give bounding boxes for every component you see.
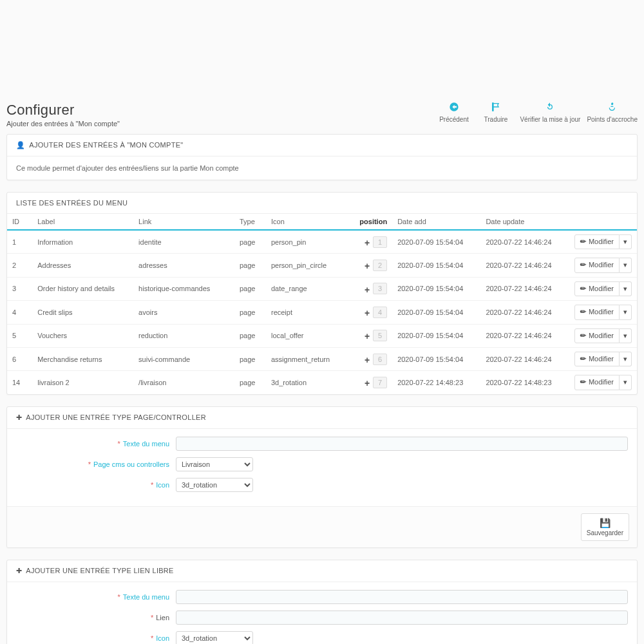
form-row-text2: *Texte du menu (16, 590, 628, 604)
position-value: 3 (373, 283, 387, 294)
input-menu-text[interactable] (176, 437, 628, 451)
panel-list-body: ID Label Link Type Icon position Date ad… (7, 214, 637, 394)
input-menu-text2[interactable] (176, 590, 628, 604)
table-row[interactable]: 3Order history and detailshistorique-com… (7, 277, 637, 300)
col-icon: Icon (266, 214, 354, 230)
dropdown-toggle[interactable]: ▾ (620, 352, 632, 366)
dropdown-toggle[interactable]: ▾ (620, 234, 632, 249)
save-button[interactable]: 💾 Sauvegarder (581, 513, 629, 541)
drag-handle-icon[interactable]: + (363, 331, 372, 341)
cell-actions: ✎ Modifier▾ (569, 347, 637, 370)
chevron-down-icon: ▾ (623, 285, 627, 292)
table-row[interactable]: 14livraison 2/livraisonpage3d_rotation+7… (7, 371, 637, 394)
col-link: Link (133, 214, 234, 230)
table-row[interactable]: 2Addressesadressespageperson_pin_circle+… (7, 254, 637, 277)
drag-handle-icon[interactable]: + (363, 355, 372, 365)
drag-handle-icon[interactable]: + (363, 378, 372, 388)
cell-link: suivi-commande (133, 347, 234, 370)
modify-button[interactable]: ✎ Modifier (574, 281, 620, 296)
pencil-icon: ✎ (578, 354, 589, 365)
modify-button[interactable]: ✎ Modifier (574, 375, 620, 390)
cell-link: adresses (133, 254, 234, 277)
panel-intro-title: AJOUTER DES ENTRÉES À "MON COMPTE" (29, 141, 183, 149)
modify-button[interactable]: ✎ Modifier (574, 352, 620, 366)
modify-button[interactable]: ✎ Modifier (574, 234, 620, 249)
dropdown-toggle[interactable]: ▾ (620, 281, 632, 296)
table-row[interactable]: 6Merchandise returnssuivi-commandepageas… (7, 347, 637, 370)
position-value: 6 (373, 354, 387, 365)
chevron-down-icon: ▾ (623, 355, 627, 363)
drag-handle-icon[interactable]: + (363, 308, 372, 318)
panel-list: LISTE DES ENTRÉES DU MENU ID Label Link … (6, 192, 638, 395)
cell-label: Vouchers (32, 324, 133, 347)
dropdown-toggle[interactable]: ▾ (620, 328, 632, 343)
col-label: Label (32, 214, 133, 230)
table-row[interactable]: 4Credit slipsavoirspagereceipt+42020-07-… (7, 301, 637, 324)
chevron-down-icon: ▾ (623, 308, 627, 316)
cell-date-update: 2020-07-22 14:46:24 (480, 230, 569, 254)
cell-icon: local_offer (266, 324, 354, 347)
col-actions (569, 214, 637, 230)
col-type: Type (234, 214, 266, 230)
cell-position: +7 (354, 371, 392, 394)
cell-date-add: 2020-07-09 15:54:04 (392, 277, 480, 300)
pencil-icon: ✎ (578, 260, 589, 270)
cell-label: Credit slips (32, 301, 133, 324)
hooks-button[interactable]: Points d'accroche (587, 102, 638, 123)
table-row[interactable]: 5Vouchersreductionpagelocal_offer+52020-… (7, 324, 637, 347)
cell-date-update: 2020-07-22 14:46:24 (480, 301, 569, 324)
plus-icon: ✚ (16, 567, 22, 574)
position-value: 2 (373, 260, 387, 271)
back-icon (448, 102, 460, 113)
check-update-button[interactable]: Vérifier la mise à jour (520, 102, 580, 123)
modify-button[interactable]: ✎ Modifier (574, 305, 620, 319)
cell-icon: assignment_return (266, 347, 354, 370)
drag-handle-icon[interactable]: + (363, 261, 372, 271)
back-button[interactable]: Précédent (436, 102, 471, 123)
cell-id: 14 (7, 371, 32, 394)
cell-id: 2 (7, 254, 32, 277)
page-header: Configurer Ajouter des entrées à "Mon co… (6, 102, 638, 128)
panel-add-page-heading: ✚AJOUTER UNE ENTRÉE TYPE PAGE/CONTROLLER (7, 407, 637, 429)
plus-icon: ✚ (16, 413, 22, 421)
form-row-link2: *Lien (16, 611, 628, 625)
select-icon2[interactable]: 3d_rotation (176, 631, 253, 644)
cell-id: 6 (7, 347, 32, 370)
panel-add-link-body: *Texte du menu *Lien *Icon 3d_rotation (7, 582, 637, 644)
cell-link: /livraison (133, 371, 234, 394)
cell-date-add: 2020-07-09 15:54:04 (392, 301, 480, 324)
cell-actions: ✎ Modifier▾ (569, 324, 637, 347)
position-value: 7 (373, 377, 387, 388)
save-icon: 💾 (600, 518, 611, 528)
chevron-down-icon: ▾ (623, 261, 627, 269)
cell-id: 4 (7, 301, 32, 324)
drag-handle-icon[interactable]: + (363, 238, 372, 248)
label-link2: *Lien (16, 614, 176, 621)
table-header-row: ID Label Link Type Icon position Date ad… (7, 214, 637, 230)
select-icon[interactable]: 3d_rotation (176, 478, 253, 492)
form-row-text: *Texte du menu (16, 437, 628, 451)
chevron-down-icon: ▾ (623, 238, 627, 245)
panel-add-link: ✚AJOUTER UNE ENTRÉE TYPE LIEN LIBRE *Tex… (6, 560, 638, 644)
cell-date-add: 2020-07-09 15:54:04 (392, 324, 480, 347)
select-page[interactable]: Livraison (176, 457, 253, 471)
cell-label: Order history and details (32, 277, 133, 300)
panel-add-link-heading: ✚AJOUTER UNE ENTRÉE TYPE LIEN LIBRE (7, 560, 637, 582)
dropdown-toggle[interactable]: ▾ (620, 375, 632, 390)
table-row[interactable]: 1Informationidentitepageperson_pin+12020… (7, 230, 637, 254)
input-link[interactable] (176, 611, 628, 625)
dropdown-toggle[interactable]: ▾ (620, 305, 632, 319)
cell-type: page (234, 254, 266, 277)
cell-date-update: 2020-07-22 14:48:23 (480, 371, 569, 394)
modify-button[interactable]: ✎ Modifier (574, 328, 620, 343)
cell-actions: ✎ Modifier▾ (569, 371, 637, 394)
modify-button[interactable]: ✎ Modifier (574, 258, 620, 272)
dropdown-toggle[interactable]: ▾ (620, 258, 632, 272)
label-icon: *Icon (16, 481, 176, 489)
drag-handle-icon[interactable]: + (363, 285, 372, 295)
panel-add-link-title: AJOUTER UNE ENTRÉE TYPE LIEN LIBRE (26, 567, 173, 574)
translate-button[interactable]: Traduire (478, 102, 513, 123)
position-value: 5 (373, 330, 387, 341)
position-value: 4 (373, 307, 387, 318)
label-page: *Page cms ou controllers (16, 460, 176, 468)
